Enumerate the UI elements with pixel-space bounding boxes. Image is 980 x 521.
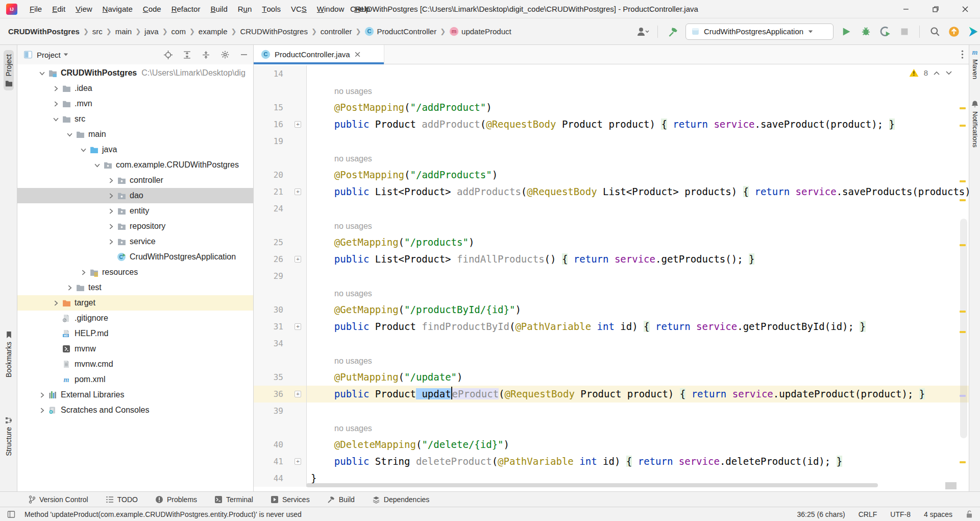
tool-window-button-problems[interactable]: Problems: [155, 495, 197, 504]
tree-item-external-libraries[interactable]: External Libraries: [17, 387, 253, 402]
usages-inlay-hint[interactable]: no usages: [311, 289, 372, 298]
fold-toggle-icon[interactable]: +: [295, 391, 301, 397]
menu-navigate[interactable]: Navigate: [97, 0, 138, 18]
warning-stripe-mark[interactable]: [960, 180, 966, 182]
fold-toggle-icon[interactable]: +: [295, 323, 301, 330]
menu-edit[interactable]: Edit: [47, 0, 70, 18]
code-with-me-button[interactable]: [967, 25, 980, 38]
tree-item-entity[interactable]: entity: [17, 203, 253, 219]
settings-icon[interactable]: [220, 50, 230, 59]
chevron-collapsed-icon[interactable]: [50, 101, 62, 107]
breadcrumb-item-example[interactable]: example: [199, 27, 228, 36]
tree-item-.gitignore[interactable]: .gitignore: [17, 311, 253, 326]
menu-build[interactable]: Build: [205, 0, 232, 18]
tree-item-controller[interactable]: controller: [17, 173, 253, 188]
tool-window-button-build[interactable]: Build: [327, 495, 355, 504]
close-button[interactable]: [950, 0, 980, 18]
code-line-41[interactable]: 41+ public String deleteProduct(@PathVar…: [254, 453, 969, 470]
code-line-content[interactable]: [306, 200, 969, 217]
code-line-34[interactable]: 34: [254, 335, 969, 352]
breadcrumb-item-java[interactable]: java: [144, 27, 159, 36]
tool-window-button-terminal[interactable]: Terminal: [214, 495, 253, 504]
code-line-15[interactable]: 15 @PostMapping("/addProduct"): [254, 99, 969, 116]
warning-stripe-mark[interactable]: [960, 199, 966, 201]
stop-button[interactable]: [898, 25, 911, 38]
stripe-item-bookmarks[interactable]: Bookmarks: [0, 331, 17, 377]
tree-item-pom.xml[interactable]: mpom.xml: [17, 372, 253, 387]
expand-all-icon[interactable]: [183, 51, 191, 59]
code-line-content[interactable]: [306, 133, 969, 150]
breadcrumb-item-productcontroller[interactable]: CProductController: [364, 27, 436, 36]
tool-window-button-services[interactable]: Services: [271, 495, 310, 504]
tree-item-com.example.crudwithpostgres[interactable]: com.example.CRUDWithPostgres: [17, 157, 253, 173]
code-line-content[interactable]: no usages: [306, 352, 969, 369]
usages-inlay-hint[interactable]: no usages: [311, 154, 372, 163]
locate-icon[interactable]: [164, 51, 173, 59]
menu-refactor[interactable]: Refactor: [166, 0, 206, 18]
tree-item-target[interactable]: target: [17, 295, 253, 311]
breadcrumb-item-crudwithpostgres[interactable]: CRUDWithPostgres: [8, 27, 80, 36]
code-line-content[interactable]: no usages: [306, 419, 969, 436]
tool-window-button-todo[interactable]: TODO: [106, 495, 138, 504]
code-line-content[interactable]: [306, 402, 969, 419]
code-line-20[interactable]: 20 @PostMapping("/addProducts"): [254, 167, 969, 183]
tree-item-mvnw.cmd[interactable]: mvnw.cmd: [17, 357, 253, 372]
collapse-all-icon[interactable]: [202, 51, 210, 59]
code-line-content[interactable]: [306, 335, 969, 352]
menu-vcs[interactable]: VCS: [286, 0, 312, 18]
code-line-35[interactable]: 35 @PutMapping("/update"): [254, 369, 969, 386]
tree-item-test[interactable]: test: [17, 280, 253, 295]
chevron-collapsed-icon[interactable]: [63, 285, 76, 291]
editor-error-stripe[interactable]: [958, 65, 969, 488]
menu-run[interactable]: Run: [233, 0, 257, 18]
breadcrumb-item-com[interactable]: com: [172, 27, 186, 36]
menu-code[interactable]: Code: [138, 0, 166, 18]
minimize-button[interactable]: [891, 0, 921, 18]
stripe-item-maven[interactable]: mMaven: [969, 48, 980, 79]
stripe-item-project[interactable]: Project: [0, 50, 17, 90]
profile-button[interactable]: [636, 25, 649, 38]
menu-view[interactable]: View: [70, 0, 97, 18]
code-line-content[interactable]: [306, 268, 969, 285]
usages-inlay-hint[interactable]: no usages: [311, 357, 372, 365]
chevron-expanded-icon[interactable]: [63, 132, 76, 137]
maximize-button[interactable]: [921, 0, 950, 18]
tree-item-scratches-and-consoles[interactable]: Scratches and Consoles: [17, 402, 253, 418]
chevron-expanded-icon[interactable]: [77, 147, 89, 153]
profiler-button[interactable]: [878, 25, 892, 38]
code-line-content[interactable]: @DeleteMapping("/delete/{id}"): [306, 436, 969, 453]
tree-item-java[interactable]: java: [17, 142, 253, 157]
code-line-content[interactable]: public List<Product> findAllProducts() {…: [306, 251, 969, 268]
code-line-40[interactable]: 40 @DeleteMapping("/delete/{id}"): [254, 436, 969, 453]
code-line-29[interactable]: 29: [254, 268, 969, 285]
tree-item-.idea[interactable]: .idea: [17, 81, 253, 96]
vertical-scrollbar[interactable]: [960, 219, 967, 438]
code-line-21[interactable]: 21+ public List<Product> addProducts(@Re…: [254, 183, 969, 200]
chevron-collapsed-icon[interactable]: [105, 193, 117, 199]
code-line-content[interactable]: public Product findProductById(@PathVari…: [306, 318, 969, 335]
code-line-19[interactable]: 19: [254, 133, 969, 150]
code-editor[interactable]: 14no usages15 @PostMapping("/addProduct"…: [254, 65, 969, 487]
chevron-collapsed-icon[interactable]: [105, 178, 117, 183]
indent-setting[interactable]: 4 spaces: [924, 510, 952, 518]
menu-file[interactable]: File: [24, 0, 47, 18]
warning-stripe-mark[interactable]: [960, 107, 966, 109]
code-line-25[interactable]: 25 @GetMapping("/products"): [254, 234, 969, 251]
tree-item-crudwithpostgresapplication[interactable]: CCrudWithPostgresApplication: [17, 249, 253, 265]
hide-icon[interactable]: [240, 51, 248, 59]
chevron-expanded-icon[interactable]: [50, 116, 62, 122]
tab-productcontroller[interactable]: C ProductController.java: [254, 45, 384, 64]
fold-toggle-icon[interactable]: +: [295, 458, 301, 465]
code-line-26[interactable]: 26+ public List<Product> findAllProducts…: [254, 251, 969, 268]
tree-item-resources[interactable]: resources: [17, 265, 253, 280]
ide-update-button[interactable]: [947, 25, 961, 38]
code-line-31[interactable]: 31+ public Product findProductById(@Path…: [254, 318, 969, 335]
fold-toggle-icon[interactable]: +: [295, 188, 301, 195]
chevron-down-icon[interactable]: [63, 52, 69, 58]
tool-window-layout-icon[interactable]: [7, 510, 15, 518]
run-configuration-combo[interactable]: CrudWithPostgresApplication: [685, 23, 834, 40]
usages-inlay-hint[interactable]: no usages: [311, 87, 372, 96]
code-line-content[interactable]: public String deleteProduct(@PathVariabl…: [306, 453, 969, 470]
tree-item-crudwithpostgres[interactable]: CRUDWithPostgresC:\Users\Limark\Desktop\…: [17, 65, 253, 81]
tree-item-.mvn[interactable]: .mvn: [17, 96, 253, 111]
